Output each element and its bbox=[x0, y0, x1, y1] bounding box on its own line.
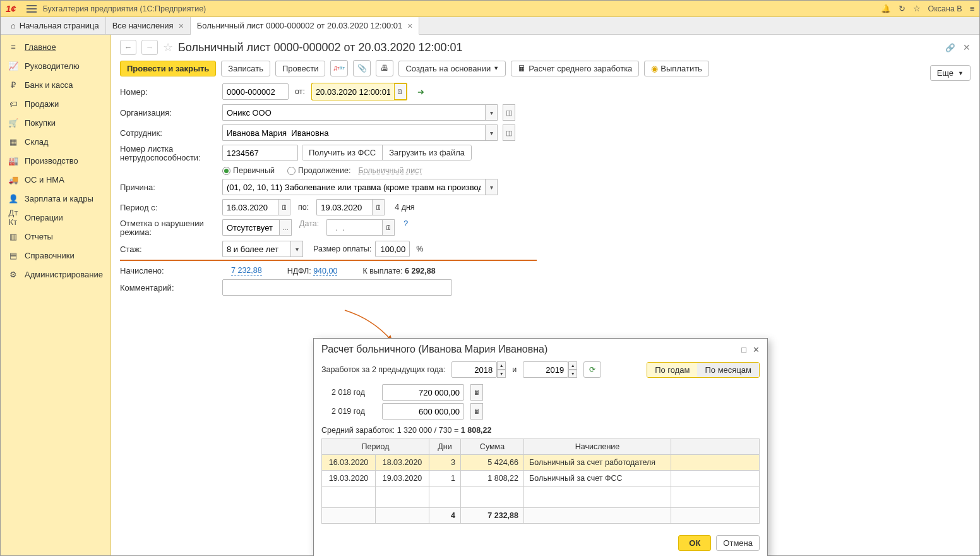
number-field[interactable] bbox=[222, 83, 289, 100]
spin-up-icon[interactable]: ▲ bbox=[568, 361, 577, 370]
year2-amount-field[interactable] bbox=[382, 403, 464, 420]
violation-date-field[interactable] bbox=[326, 219, 382, 236]
ellipsis-icon[interactable]: … bbox=[279, 219, 292, 236]
stage-field[interactable] bbox=[222, 241, 290, 257]
user-name[interactable]: Оксана В bbox=[928, 4, 962, 13]
org-field[interactable] bbox=[222, 104, 485, 121]
posting-icon-button[interactable]: ДтКт bbox=[330, 60, 348, 76]
to-pay-value: 6 292,88 bbox=[405, 267, 436, 275]
maximize-icon[interactable]: □ bbox=[741, 345, 746, 354]
period-from-field[interactable] bbox=[222, 199, 278, 215]
get-fss-button[interactable]: Получить из ФСС bbox=[302, 145, 383, 160]
year1-input[interactable] bbox=[451, 361, 497, 378]
reason-field[interactable] bbox=[222, 179, 485, 195]
logo-1c: 1¢ bbox=[6, 3, 16, 14]
tab-all-accruals[interactable]: Все начисления × bbox=[106, 17, 191, 34]
chevron-down-icon[interactable]: ▾ bbox=[290, 241, 303, 257]
continuation-radio[interactable]: Продолжение: bbox=[287, 166, 351, 175]
comment-field[interactable] bbox=[222, 279, 452, 296]
chevron-down-icon[interactable]: ▾ bbox=[485, 179, 498, 195]
period-to-field[interactable] bbox=[316, 199, 372, 215]
sidebar-item-manager[interactable]: 📈Руководителю bbox=[1, 56, 111, 75]
cancel-button[interactable]: Отмена bbox=[716, 535, 760, 551]
sidebar-item-payroll[interactable]: 👤Зарплата и кадры bbox=[1, 189, 111, 208]
calendar-icon[interactable]: 🗓 bbox=[394, 83, 407, 100]
sidebar-item-production[interactable]: 🏭Производство bbox=[1, 151, 111, 170]
open-button[interactable]: ◫ bbox=[503, 104, 515, 121]
spin-down-icon[interactable]: ▼ bbox=[568, 370, 577, 378]
open-button[interactable]: ◫ bbox=[503, 124, 515, 141]
star-icon[interactable]: ☆ bbox=[913, 4, 921, 13]
sidebar-item-assets[interactable]: 🚚ОС и НМА bbox=[1, 170, 111, 189]
refresh-button[interactable]: ⟳ bbox=[583, 361, 601, 378]
close-icon[interactable]: ✕ bbox=[753, 345, 760, 354]
year2-input[interactable] bbox=[523, 361, 568, 378]
spin-up-icon[interactable]: ▲ bbox=[497, 361, 506, 370]
sidebar-item-main[interactable]: ≡Главное bbox=[1, 37, 111, 56]
window-menu-icon[interactable]: ≡ bbox=[970, 4, 974, 13]
to-pay-label: К выплате: bbox=[362, 267, 402, 275]
datetime-field[interactable] bbox=[312, 83, 394, 100]
help-icon[interactable]: ? bbox=[403, 219, 408, 228]
favorite-star-icon[interactable]: ☆ bbox=[163, 40, 173, 54]
calendar-icon[interactable]: 🗓 bbox=[278, 199, 290, 215]
calc-icon[interactable]: 🖩 bbox=[470, 403, 483, 420]
table-row[interactable]: 19.03.2020 19.03.2020 1 1 808,22 Больнич… bbox=[322, 471, 760, 486]
accrued-link[interactable]: 7 232,88 bbox=[231, 266, 262, 275]
calc-avg-button[interactable]: 🖩Расчет среднего заработка bbox=[511, 61, 639, 76]
close-icon[interactable]: ✕ bbox=[963, 42, 971, 52]
year2-spinner[interactable]: ▲▼ bbox=[523, 361, 577, 378]
boxes-icon: ▦ bbox=[8, 136, 18, 147]
write-button[interactable]: Записать bbox=[221, 61, 270, 76]
sidebar-item-bank[interactable]: ₽Банк и касса bbox=[1, 75, 111, 94]
more-button[interactable]: Еще▼ bbox=[930, 65, 971, 81]
sidebar-item-operations[interactable]: ДтКтОперации bbox=[1, 208, 111, 227]
link-icon[interactable]: 🔗 bbox=[945, 43, 955, 52]
year1-spinner[interactable]: ▲▼ bbox=[451, 361, 506, 378]
bell-icon[interactable]: 🔔 bbox=[881, 4, 891, 13]
table-row[interactable]: 16.03.2020 18.03.2020 3 5 424,66 Больнич… bbox=[322, 455, 760, 471]
ok-button[interactable]: ОК bbox=[678, 535, 711, 551]
sidebar-item-warehouse[interactable]: ▦Склад bbox=[1, 132, 111, 151]
sheet-no-field[interactable] bbox=[222, 145, 298, 161]
close-icon[interactable]: × bbox=[407, 21, 412, 31]
history-icon[interactable]: ↻ bbox=[899, 4, 905, 13]
chevron-down-icon[interactable]: ▾ bbox=[485, 104, 498, 121]
attach-button[interactable]: 📎 bbox=[353, 60, 371, 76]
chevron-down-icon[interactable]: ▾ bbox=[485, 124, 498, 141]
by-month-tab[interactable]: По месяцам bbox=[697, 363, 759, 377]
menu-icon[interactable] bbox=[27, 5, 37, 13]
emp-field[interactable] bbox=[222, 124, 485, 141]
by-year-tab[interactable]: По годам bbox=[647, 363, 697, 377]
comment-label: Комментарий: bbox=[120, 283, 218, 293]
sidebar-item-reports[interactable]: ▥Отчеты bbox=[1, 227, 111, 246]
ndfl-link[interactable]: 940,00 bbox=[313, 267, 337, 276]
calendar-icon[interactable]: 🗓 bbox=[382, 219, 395, 236]
create-based-button[interactable]: Создать на основании▼ bbox=[398, 61, 506, 76]
year1-amount-field[interactable] bbox=[382, 384, 464, 401]
cell: 19.03.2020 bbox=[322, 471, 376, 486]
sidebar-item-sales[interactable]: 🏷Продажи bbox=[1, 94, 111, 113]
calendar-icon[interactable]: 🗓 bbox=[372, 199, 385, 215]
nav-back-button[interactable]: ← bbox=[120, 40, 136, 55]
primary-radio[interactable]: Первичный bbox=[222, 166, 275, 175]
sick-leave-link[interactable]: Больничный лист bbox=[358, 166, 422, 175]
sidebar-item-admin[interactable]: ⚙Администрирование bbox=[1, 265, 111, 284]
goto-icon[interactable]: ➜ bbox=[417, 87, 424, 97]
calc-icon[interactable]: 🖩 bbox=[470, 384, 483, 401]
sidebar-item-catalogs[interactable]: ▤Справочники bbox=[1, 246, 111, 265]
sidebar-item-label: Отчеты bbox=[25, 232, 53, 241]
sidebar-item-purchases[interactable]: 🛒Покупки bbox=[1, 113, 111, 132]
pay-size-field[interactable] bbox=[375, 241, 410, 257]
print-button[interactable]: 🖶 bbox=[376, 60, 393, 76]
tab-home[interactable]: ⌂ Начальная страница bbox=[4, 17, 106, 34]
nav-forward-button[interactable]: → bbox=[141, 40, 158, 55]
close-icon[interactable]: × bbox=[179, 21, 184, 31]
post-and-close-button[interactable]: Провести и закрыть bbox=[120, 61, 216, 76]
tab-sick-leave[interactable]: Больничный лист 0000-000002 от 20.03.202… bbox=[191, 17, 420, 35]
violation-field[interactable] bbox=[222, 219, 279, 236]
pay-button[interactable]: ◉Выплатить bbox=[644, 61, 709, 76]
spin-down-icon[interactable]: ▼ bbox=[497, 370, 506, 378]
post-button[interactable]: Провести bbox=[275, 61, 326, 76]
load-file-button[interactable]: Загрузить из файла bbox=[383, 145, 471, 160]
